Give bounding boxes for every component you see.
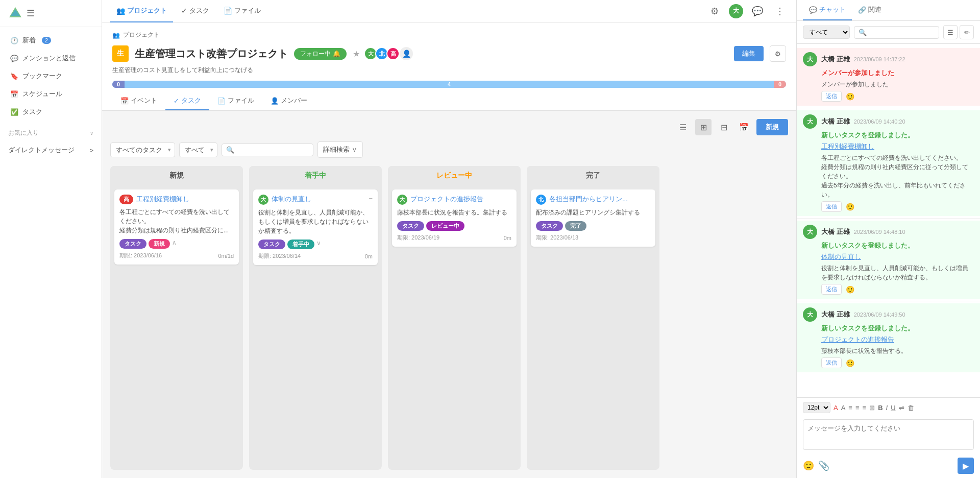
sidebar-item-mentions[interactable]: 💬 メンションと返信: [2, 50, 100, 67]
list-view-icon[interactable]: ☰: [675, 119, 691, 135]
split-view-icon[interactable]: ⊟: [716, 119, 732, 135]
chat-msg-4-reply-button[interactable]: 返信: [821, 357, 842, 368]
chat-msg-2-avatar: 大: [803, 114, 817, 129]
settings-icon-btn[interactable]: ⚙: [706, 3, 723, 19]
favorites-chevron[interactable]: ∨: [90, 130, 93, 136]
msg-divider-2: [797, 218, 980, 219]
project-settings-button[interactable]: ⚙: [770, 45, 786, 62]
task-search-input[interactable]: [237, 146, 309, 154]
list1-icon[interactable]: ≡: [848, 404, 852, 412]
user-avatar[interactable]: 大: [729, 4, 743, 18]
svg-marker-1: [10, 9, 20, 16]
chat-msg-1-header: 大 大橋 正雄 2023/06/09 14:37:22: [803, 52, 974, 66]
chat-msg-4-system-title: 新しいタスクを登録しました。: [803, 324, 974, 333]
align-icon[interactable]: ⇌: [899, 404, 904, 412]
subtab-file-label: ファイル: [228, 96, 254, 105]
task-card-3-title[interactable]: プロジェクトの進捗報告: [410, 195, 511, 204]
send-button[interactable]: ▶: [958, 458, 974, 474]
chat-msg-3-link[interactable]: 体制の見直し: [803, 252, 974, 261]
kanban-col-new: 新規 高 工程別経費棚卸し 各工程ごとにすべての経費を洗い出してください。経費分…: [110, 166, 243, 470]
menu-icon[interactable]: ☰: [27, 8, 35, 19]
task-card-2-minus[interactable]: −: [369, 195, 373, 202]
subtab-file[interactable]: 📄 ファイル: [209, 92, 262, 110]
emoji-picker-icon[interactable]: 🙂: [803, 460, 814, 471]
task-card-3-tags: タスク レビュー中: [397, 221, 511, 231]
chat-tab-icon: 💬: [809, 6, 817, 14]
task-card-1-title[interactable]: 工程別経費棚卸し: [136, 195, 234, 204]
topnav-tab-project[interactable]: 👥 プロジェクト: [110, 0, 173, 22]
list2-icon[interactable]: ≡: [855, 404, 860, 412]
new-task-button[interactable]: 新規: [756, 119, 788, 135]
chat-msg-3-reply-button[interactable]: 返信: [821, 284, 842, 295]
task-card-2-body: 役割と体制を見直し、人員削減可能か、もしくは増員を要求しなければならないか精査す…: [258, 208, 373, 235]
sidebar-item-bookmarks[interactable]: 🔖 ブックマーク: [2, 67, 100, 85]
table-icon[interactable]: ⊞: [869, 404, 875, 412]
status-filter-select[interactable]: すべて: [179, 142, 217, 157]
tag-done-4: 完了: [565, 221, 586, 231]
sidebar-item-tasks[interactable]: ✅ タスク: [2, 103, 100, 121]
member-avatar-taka[interactable]: 高: [386, 47, 400, 60]
chat-msg-1-emoji[interactable]: 🙂: [846, 92, 854, 101]
chat-filter-select[interactable]: すべて: [803, 26, 850, 39]
file-tab-icon: 📄: [224, 7, 232, 15]
task-search[interactable]: 🔍: [222, 144, 313, 156]
star-icon[interactable]: ★: [353, 49, 360, 59]
member-avatars: 大 北 高 👤: [366, 47, 413, 60]
edit-button[interactable]: 編集: [734, 46, 764, 61]
attachment-icon[interactable]: 📎: [818, 460, 829, 471]
sidebar-dm-section[interactable]: ダイレクトメッセージ >: [0, 141, 102, 159]
task-card-4-title[interactable]: 各担当部門からヒアリン...: [549, 195, 650, 204]
add-member-button[interactable]: 👤: [400, 47, 413, 60]
chat-msg-3-emoji[interactable]: 🙂: [846, 285, 854, 294]
sidebar-item-schedule[interactable]: 📅 スケジュール: [2, 85, 100, 103]
sidebar-item-new[interactable]: 🕐 新着 2: [2, 32, 100, 49]
more-icon-btn[interactable]: ⋮: [772, 3, 788, 19]
follow-button[interactable]: フォロー中 🔔: [294, 48, 347, 60]
chat-search[interactable]: 🔍: [854, 26, 939, 39]
task-card-2-title[interactable]: 体制の見直し: [272, 195, 365, 204]
task-card-3-date: 期限: 2023/06/19: [397, 234, 439, 242]
chat-icon-btn[interactable]: 💬: [749, 3, 766, 19]
topnav-tab-task[interactable]: ✓ タスク: [175, 0, 215, 22]
detail-search-button[interactable]: 詳細検索 ∨: [317, 141, 363, 158]
expand-icon-1[interactable]: ∧: [172, 239, 177, 249]
task-card-2-date: 期限: 2023/06/14: [258, 252, 301, 260]
topnav-tab-file[interactable]: 📄 ファイル: [217, 0, 267, 22]
chat-msg-4-avatar: 大: [803, 307, 817, 322]
chat-search-input[interactable]: [869, 29, 935, 36]
kanban-columns: 新規 高 工程別経費棚卸し 各工程ごとにすべての経費を洗い出してください。経費分…: [110, 166, 788, 470]
bold-icon[interactable]: B: [878, 404, 883, 412]
font-size-select[interactable]: 12pt: [803, 402, 830, 413]
chat-msg-4-link[interactable]: プロジェクトの進捗報告: [803, 335, 974, 344]
event-icon: 📅: [120, 97, 129, 105]
task-filter-select[interactable]: すべてのタスク: [110, 142, 175, 157]
chat-compose-icon[interactable]: ✏: [960, 25, 974, 39]
chat-msg-1-reply-button[interactable]: 返信: [821, 91, 842, 102]
italic-icon[interactable]: I: [886, 404, 888, 412]
subtab-member[interactable]: 👤 メンバー: [262, 92, 315, 110]
subtab-task[interactable]: ✓ タスク: [165, 92, 209, 110]
underline-icon[interactable]: U: [891, 404, 895, 412]
chat-list-icon[interactable]: ☰: [943, 25, 958, 39]
chat-input-box[interactable]: [803, 419, 974, 450]
project-description: 生産管理のコスト見直しをして利益向上につなげる: [112, 66, 786, 75]
chat-tab-related[interactable]: 🔗 関連: [852, 0, 888, 20]
calendar-view-icon[interactable]: 📅: [736, 119, 752, 135]
chat-tab-chat[interactable]: 💬 チャット: [803, 0, 852, 20]
chat-msg-2-reply-button[interactable]: 返信: [821, 201, 842, 212]
text-color-icon[interactable]: A: [834, 404, 838, 412]
expand-icon-2[interactable]: ∨: [316, 240, 321, 249]
subtab-event[interactable]: 📅 イベント: [112, 92, 165, 110]
list3-icon[interactable]: ≡: [863, 404, 867, 412]
chat-msg-2-link[interactable]: 工程別経費棚卸し: [803, 142, 974, 151]
task-card-1-date: 期限: 2023/06/16: [119, 252, 162, 259]
grid-view-icon[interactable]: ⊞: [695, 119, 712, 135]
status-filter-wrapper: すべて: [179, 142, 217, 157]
chat-msg-4-emoji[interactable]: 🙂: [846, 359, 854, 367]
task-card-2-tags: タスク 着手中 ∨: [258, 240, 373, 249]
task-card-4-body: 配布済みの課題ヒアリングシ集計する: [536, 208, 650, 217]
chat-msg-2-emoji[interactable]: 🙂: [846, 203, 854, 211]
font-icon[interactable]: A: [841, 404, 846, 412]
chat-msg-1-system-title: メンバーが参加しました: [803, 68, 974, 78]
delete-icon[interactable]: 🗑: [908, 404, 914, 412]
